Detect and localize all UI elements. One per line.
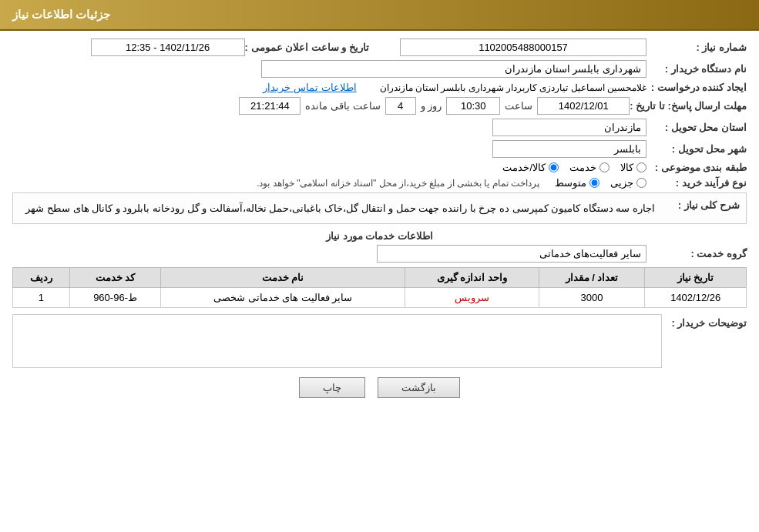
cell-radif: 1 bbox=[13, 288, 70, 308]
th-tarikh-niaz: تاریخ نیاز bbox=[645, 268, 747, 288]
tabaqe-label: طبقه بندی موضوعی : bbox=[646, 162, 747, 173]
cell-tarikh: 1402/12/26 bbox=[645, 288, 747, 308]
tarikh-label: تاریخ و ساعت اعلان عمومی : bbox=[245, 42, 369, 53]
radio-khadamat-item[interactable]: خدمت bbox=[569, 162, 610, 173]
cell-tedad: 3000 bbox=[539, 288, 645, 308]
th-kod-khadamat: کد خدمت bbox=[69, 268, 160, 288]
radio-kala-khadamat-label: کالا/خدمت bbox=[502, 162, 546, 173]
shahr-value: بابلسر bbox=[492, 140, 646, 158]
ettelaat-tamas-link[interactable]: اطلاعات تماس خریدار bbox=[263, 82, 356, 93]
radio-motavasset-item[interactable]: متوسط bbox=[555, 177, 599, 189]
rooz-label: روز و bbox=[421, 100, 442, 112]
row-nooe-farayand: نوع فرآیند خرید : جزیی متوسط پرداخت تمام… bbox=[12, 177, 747, 189]
goroh-label: گروه خدمت : bbox=[646, 248, 747, 259]
shomara-niaz-value: 1102005488000157 bbox=[400, 38, 646, 56]
sharh-value: اجاره سه دستگاه کامیون کمپرسی ده چرخ با … bbox=[19, 199, 655, 217]
page-wrapper: جزئیات اطلاعات نیاز شماره نیاز : 1102005… bbox=[0, 0, 759, 532]
ostan-value: مازندران bbox=[492, 119, 646, 136]
row-shahr: شهر محل تحویل : بابلسر bbox=[12, 140, 747, 158]
services-table-header-row: تاریخ نیاز تعداد / مقدار واحد اندازه گیر… bbox=[13, 268, 747, 288]
shomara-niaz-label: شماره نیاز : bbox=[646, 42, 747, 53]
shahr-label: شهر محل تحویل : bbox=[646, 143, 747, 155]
radio-kala-item[interactable]: کالا bbox=[620, 162, 646, 173]
page-header: جزئیات اطلاعات نیاز bbox=[0, 0, 759, 31]
radio-motavasset-label: متوسط bbox=[555, 177, 586, 189]
btn-chap[interactable]: چاپ bbox=[299, 377, 365, 398]
main-content: شماره نیاز : 1102005488000157 تاریخ و سا… bbox=[0, 31, 759, 413]
saat-value: 10:30 bbox=[446, 97, 500, 115]
table-row: 1402/12/26 3000 سرویس سایر فعالیت های خد… bbox=[13, 288, 747, 308]
th-nam-khadamat: نام خدمت bbox=[161, 268, 405, 288]
tosifat-textarea[interactable] bbox=[12, 314, 662, 368]
mohlat-date: 1402/12/01 bbox=[537, 97, 630, 115]
button-row: بازگشت چاپ bbox=[12, 377, 747, 398]
radio-kala[interactable] bbox=[636, 162, 646, 172]
radio-jozyi-item[interactable]: جزیی bbox=[610, 177, 646, 189]
mohlat-label: مهلت ارسال پاسخ: تا تاریخ : bbox=[630, 100, 747, 112]
sharh-label: شرح کلی نیاز : bbox=[655, 199, 740, 211]
radio-kala-khadamat-item[interactable]: کالا/خدمت bbox=[502, 162, 559, 173]
radio-jozyi[interactable] bbox=[636, 178, 646, 188]
baghimande-value: 21:21:44 bbox=[239, 97, 301, 115]
cell-kod-khadamat: ط-96-960 bbox=[69, 288, 160, 308]
th-radif: ردیف bbox=[13, 268, 70, 288]
cell-vahed: سرویس bbox=[405, 288, 539, 308]
radio-note: پرداخت تمام یا بخشی از مبلغ خرید،از محل … bbox=[257, 178, 539, 189]
sharh-section: شرح کلی نیاز : اجاره سه دستگاه کامیون کم… bbox=[12, 192, 747, 224]
radio-motavasset[interactable] bbox=[589, 178, 599, 188]
nooe-farayand-label: نوع فرآیند خرید : bbox=[646, 177, 747, 189]
farayand-radio-group: جزیی متوسط bbox=[555, 177, 646, 189]
nam-dastgah-value: شهرداری بابلسر استان مازندران bbox=[261, 60, 646, 78]
th-vahed: واحد اندازه گیری bbox=[405, 268, 539, 288]
goroh-value: سایر فعالیت‌های خدماتی bbox=[377, 245, 646, 263]
row-goroh: گروه خدمت : سایر فعالیت‌های خدماتی bbox=[12, 245, 747, 263]
row-ijad-konande: ایجاد کننده درخواست : غلامحسین اسماعیل ت… bbox=[12, 82, 747, 93]
tosifat-label: توضیحات خریدار : bbox=[662, 314, 747, 329]
row-mohlat: مهلت ارسال پاسخ: تا تاریخ : 1402/12/01 س… bbox=[12, 97, 747, 115]
saat-label: ساعت bbox=[505, 100, 532, 112]
khadamat-section-title: اطلاعات خدمات مورد نیاز bbox=[12, 230, 747, 242]
rooz-value: 4 bbox=[385, 97, 416, 115]
tabaqe-radio-group: کالا خدمت کالا/خدمت bbox=[502, 162, 646, 173]
row-nam-dastgah: نام دستگاه خریدار : شهرداری بابلسر استان… bbox=[12, 60, 747, 78]
radio-khadamat[interactable] bbox=[599, 162, 610, 172]
radio-kala-khadamat[interactable] bbox=[549, 162, 559, 172]
radio-khadamat-label: خدمت bbox=[569, 162, 596, 173]
row-shomara: شماره نیاز : 1102005488000157 تاریخ و سا… bbox=[12, 38, 747, 56]
nam-dastgah-label: نام دستگاه خریدار : bbox=[646, 63, 747, 75]
btn-bazgasht[interactable]: بازگشت bbox=[378, 377, 460, 398]
baghimande-label: ساعت باقی مانده bbox=[305, 100, 380, 112]
row-tabaqe: طبقه بندی موضوعی : کالا خدمت کالا/خدمت bbox=[12, 162, 747, 173]
services-table: تاریخ نیاز تعداد / مقدار واحد اندازه گیر… bbox=[12, 267, 747, 308]
cell-nam-khadamat: سایر فعالیت های خدماتی شخصی bbox=[161, 288, 405, 308]
sharh-row: شرح کلی نیاز : اجاره سه دستگاه کامیون کم… bbox=[19, 199, 740, 217]
row-ostan: استان محل تحویل : مازندران bbox=[12, 119, 747, 136]
ijad-konande-label: ایجاد کننده درخواست : bbox=[646, 82, 747, 93]
page-title: جزئیات اطلاعات نیاز bbox=[12, 8, 110, 21]
radio-jozyi-label: جزیی bbox=[610, 177, 633, 189]
radio-kala-label: کالا bbox=[620, 162, 633, 173]
ostan-label: استان محل تحویل : bbox=[646, 122, 747, 133]
tarikh-range-value: 1402/11/26 - 12:35 bbox=[91, 38, 245, 56]
row-tosifat: توضیحات خریدار : bbox=[12, 314, 747, 368]
ijad-konande-value: غلامحسین اسماعیل تیاردزی کاربردار شهردار… bbox=[380, 82, 646, 93]
th-tedad: تعداد / مقدار bbox=[539, 268, 645, 288]
